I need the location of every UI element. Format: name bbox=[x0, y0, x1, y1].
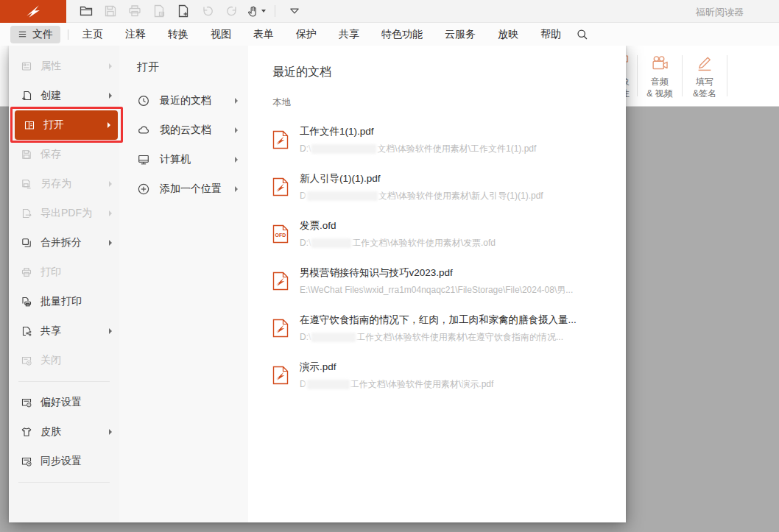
open-submenu-title: 打开 bbox=[119, 60, 248, 74]
submenu-arrow-icon bbox=[235, 186, 238, 192]
recent-doc-row[interactable]: 在遵守饮食指南的情况下，红肉，加工肉和家禽的膳食摄入量... D:\ 工作文档\… bbox=[272, 305, 611, 352]
sidebar-item-skin[interactable]: 皮肤 bbox=[9, 417, 119, 447]
tab-help[interactable]: 帮助 bbox=[529, 28, 572, 41]
ribbon-separator bbox=[637, 55, 638, 96]
submenu-arrow-icon bbox=[235, 98, 238, 104]
qat-hand-tool-button[interactable] bbox=[244, 1, 268, 21]
quick-access-toolbar bbox=[74, 1, 306, 21]
folder-open-icon bbox=[79, 4, 94, 18]
tab-view[interactable]: 视图 bbox=[200, 28, 242, 41]
menu-item-label: 导出PDF为 bbox=[40, 207, 92, 220]
redacted-path-segment bbox=[307, 380, 350, 389]
open-submenu-column: 打开 最近的文档 我的云文档 计算机 添加一个位置 bbox=[119, 46, 248, 522]
menu-item-label: 关闭 bbox=[40, 354, 61, 367]
ribbon-separator bbox=[682, 55, 683, 96]
menu-item-label: 保存 bbox=[40, 148, 61, 161]
recent-doc-row[interactable]: 男模营销接待知识与技巧v2023.pdf E:\WeChat Files\wxi… bbox=[272, 258, 611, 305]
tab-special-features[interactable]: 特色功能 bbox=[370, 28, 434, 41]
tab-share[interactable]: 共享 bbox=[328, 28, 370, 41]
tab-home[interactable]: 主页 bbox=[71, 28, 114, 41]
window-title: 福昕阅读器 bbox=[696, 6, 744, 19]
open-item-recent-documents[interactable]: 最近的文档 bbox=[119, 86, 248, 116]
sync-settings-icon bbox=[21, 455, 32, 467]
tab-comment[interactable]: 注释 bbox=[114, 28, 157, 41]
submenu-arrow-icon bbox=[235, 157, 238, 163]
tab-separator bbox=[68, 29, 68, 40]
open-item-my-cloud-documents[interactable]: 我的云文档 bbox=[119, 116, 248, 145]
redacted-path-segment bbox=[311, 333, 356, 342]
doc-name: 工作文件1(1).pdf bbox=[300, 125, 536, 138]
sidebar-item-create[interactable]: 创建 bbox=[9, 81, 119, 110]
tab-protect[interactable]: 保护 bbox=[285, 28, 328, 41]
sidebar-item-export-pdf: 导出PDF为 bbox=[9, 199, 119, 228]
new-document-icon bbox=[176, 4, 191, 18]
ribbon-button-fill-sign[interactable]: 填写 &签名 bbox=[685, 52, 725, 99]
doc-text: 演示.pdf D 工作文档\体验软件使用素材\演示.pdf bbox=[300, 361, 493, 391]
doc-path-prefix: E:\WeChat Files\wxid_rra1m04nqaqc21\File… bbox=[300, 284, 573, 297]
open-item-add-a-place[interactable]: 添加一个位置 bbox=[119, 174, 248, 204]
undo-icon bbox=[200, 4, 215, 18]
export-pdf-icon bbox=[21, 208, 32, 219]
doc-path-prefix: D:\ bbox=[300, 143, 311, 154]
redo-icon bbox=[225, 4, 239, 18]
title-bar: 福昕阅读器 bbox=[0, 0, 779, 23]
doc-name: 演示.pdf bbox=[300, 361, 493, 374]
ofd-badge-text: OFD bbox=[275, 233, 286, 238]
qat-page-setup-button bbox=[147, 1, 171, 21]
doc-path-prefix: D:\ bbox=[300, 332, 311, 342]
video-camera-icon bbox=[650, 54, 669, 72]
recent-doc-row[interactable]: 新人引导(1)(1).pdf D 文档\体验软件使用素材\新人引导(1)(1).… bbox=[272, 163, 611, 210]
doc-path-suffix: 工作文档\体验软件使用素材\发票.ofd bbox=[352, 237, 496, 249]
menu-item-label: 皮肤 bbox=[40, 425, 61, 439]
open-active-highlight[interactable]: 打开 bbox=[15, 110, 118, 140]
app-logo[interactable] bbox=[0, 0, 66, 23]
doc-path: D:\ 工作文档\体验软件使用素材\在遵守饮食指南的情况... bbox=[300, 331, 577, 344]
submenu-arrow-icon bbox=[109, 181, 112, 187]
redacted-path-segment bbox=[311, 144, 376, 154]
recent-doc-row[interactable]: 演示.pdf D 工作文档\体验软件使用素材\演示.pdf bbox=[272, 352, 611, 399]
file-menu-panel: 属性 创建 打开 保存 另存为 bbox=[9, 46, 626, 522]
doc-path-suffix: 工作文档\体验软件使用素材\演示.pdf bbox=[350, 378, 494, 391]
sidebar-item-preferences[interactable]: 偏好设置 bbox=[9, 388, 119, 417]
file-menu-button[interactable]: 文件 bbox=[10, 26, 60, 43]
preferences-icon bbox=[21, 397, 32, 408]
qat-redo-button bbox=[219, 1, 244, 21]
page-minus-icon bbox=[152, 4, 166, 18]
sidebar-item-sync-settings[interactable]: 同步设置 bbox=[9, 447, 119, 476]
doc-path-suffix: 文档\体验软件使用素材\新人引导(1)(1).pdf bbox=[378, 190, 543, 202]
menu-item-label: 属性 bbox=[40, 60, 61, 73]
redacted-path-segment bbox=[311, 238, 351, 248]
qat-more-tools-button[interactable] bbox=[282, 1, 306, 21]
recent-doc-row[interactable]: 工作文件1(1).pdf D:\ 文档\体验软件使用素材\工作文件1(1).pd… bbox=[272, 116, 611, 163]
sidebar-item-merge-split[interactable]: 合并拆分 bbox=[9, 228, 119, 258]
doc-name: 男模营销接待知识与技巧v2023.pdf bbox=[300, 266, 573, 280]
sidebar-item-batch-print[interactable]: 批量打印 bbox=[9, 287, 119, 316]
pdf-file-icon bbox=[272, 366, 289, 385]
save-icon bbox=[103, 4, 118, 18]
sidebar-item-open[interactable]: 打开 bbox=[9, 110, 119, 140]
pdf-file-icon bbox=[272, 177, 289, 196]
redacted-path-segment bbox=[307, 191, 378, 201]
tab-slideshow[interactable]: 放映 bbox=[487, 28, 529, 41]
doc-path-suffix: 工作文档\体验软件使用素材\在遵守饮食指南的情况... bbox=[356, 331, 563, 344]
doc-path-prefix: D bbox=[300, 191, 306, 201]
open-item-computer[interactable]: 计算机 bbox=[119, 145, 248, 174]
recent-doc-row[interactable]: OFD 发票.ofd D:\ 工作文档\体验软件使用素材\发票.ofd bbox=[272, 210, 611, 258]
toolbar-separator bbox=[275, 5, 275, 17]
search-button[interactable] bbox=[576, 28, 589, 41]
submenu-item-label: 添加一个位置 bbox=[160, 182, 222, 196]
menu-item-label: 偏好设置 bbox=[40, 396, 82, 409]
ribbon-button-audio-video[interactable]: 音频 & 视频 bbox=[640, 52, 680, 99]
pencil-icon bbox=[696, 54, 713, 72]
printer-icon bbox=[127, 4, 142, 18]
qat-save-button bbox=[98, 1, 122, 21]
qat-open-button[interactable] bbox=[74, 1, 98, 21]
batch-print-icon bbox=[21, 296, 32, 308]
tab-form[interactable]: 表单 bbox=[242, 28, 285, 41]
print-icon bbox=[21, 266, 32, 278]
qat-new-document-button[interactable] bbox=[171, 1, 195, 21]
tab-cloud-services[interactable]: 云服务 bbox=[434, 28, 487, 41]
tab-convert[interactable]: 转换 bbox=[157, 28, 200, 41]
sidebar-item-share[interactable]: 共享 bbox=[9, 316, 119, 346]
doc-text: 在遵守饮食指南的情况下，红肉，加工肉和家禽的膳食摄入量... D:\ 工作文档\… bbox=[300, 313, 577, 344]
